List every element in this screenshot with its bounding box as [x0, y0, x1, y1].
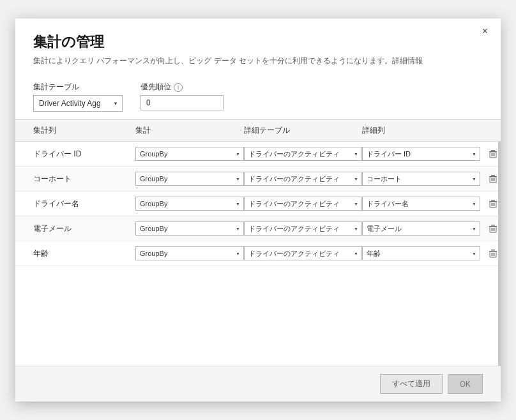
- agg-select[interactable]: GroupBySumCountMinMaxAvg: [135, 172, 244, 186]
- agg-table-label: 集計テーブル: [33, 82, 123, 93]
- agg-select-wrapper: GroupBySumCountMinMaxAvg: [135, 221, 244, 236]
- priority-label: 優先順位: [140, 82, 171, 93]
- header-detail-col: 詳細列: [362, 125, 480, 136]
- detail-table-select-wrapper: ドライバーのアクティビティ: [244, 197, 362, 211]
- header-actions: [480, 125, 501, 136]
- aggregations-table: 集計列 集計 詳細テーブル 詳細列 ドライバー IDGroupBySumCoun…: [15, 119, 501, 366]
- header-detail-table: 詳細テーブル: [244, 125, 362, 136]
- detail-col-select[interactable]: ドライバー IDコーホートドライバー名電子メール年齢: [362, 246, 480, 260]
- table-row: 年齢GroupBySumCountMinMaxAvgドライバーのアクティビティド…: [15, 241, 498, 266]
- table-header: 集計列 集計 詳細テーブル 詳細列: [15, 119, 501, 142]
- detail-col-select[interactable]: ドライバー IDコーホートドライバー名電子メール年齢: [362, 197, 480, 211]
- svg-rect-25: [491, 250, 495, 251]
- agg-table-select-wrapper: Driver Activity Agg: [33, 95, 123, 112]
- info-icon[interactable]: i: [174, 83, 183, 92]
- detail-table-select-wrapper: ドライバーのアクティビティ: [244, 246, 362, 260]
- dialog-subtitle: 集計によりクエリ パフォーマンスが向上し、ビッグ データ セットを十分に利用でき…: [33, 56, 483, 66]
- agg-col-cell: 電子メール: [33, 223, 135, 234]
- apply-all-button[interactable]: すべて適用: [380, 374, 443, 394]
- detail-col-select[interactable]: ドライバー IDコーホートドライバー名電子メール年齢: [362, 147, 480, 161]
- detail-table-select[interactable]: ドライバーのアクティビティ: [244, 246, 362, 260]
- detail-col-select-wrapper: ドライバー IDコーホートドライバー名電子メール年齢: [362, 246, 480, 260]
- detail-table-select[interactable]: ドライバーのアクティビティ: [244, 147, 362, 161]
- detail-col-select-wrapper: ドライバー IDコーホートドライバー名電子メール年齢: [362, 147, 480, 161]
- header-agg-col: 集計列: [33, 125, 135, 136]
- agg-select-wrapper: GroupBySumCountMinMaxAvg: [135, 246, 244, 260]
- agg-select-wrapper: GroupBySumCountMinMaxAvg: [135, 172, 244, 186]
- header-agg: 集計: [135, 125, 244, 136]
- agg-col-cell: ドライバー名: [33, 199, 135, 209]
- detail-table-select[interactable]: ドライバーのアクティビティ: [244, 197, 362, 211]
- agg-col-cell: コーホート: [33, 174, 135, 184]
- priority-label-row: 優先順位 i: [140, 82, 224, 93]
- table-body: ドライバー IDGroupBySumCountMinMaxAvgドライバーのアク…: [15, 142, 501, 366]
- agg-select[interactable]: GroupBySumCountMinMaxAvg: [135, 197, 244, 211]
- agg-select[interactable]: GroupBySumCountMinMaxAvg: [135, 221, 244, 236]
- agg-select[interactable]: GroupBySumCountMinMaxAvg: [135, 147, 244, 161]
- agg-col-cell: ドライバー ID: [33, 149, 135, 160]
- agg-select-wrapper: GroupBySumCountMinMaxAvg: [135, 197, 244, 211]
- detail-col-select[interactable]: ドライバー IDコーホートドライバー名電子メール年齢: [362, 221, 480, 236]
- delete-row-button[interactable]: [480, 198, 501, 209]
- priority-input[interactable]: [140, 95, 224, 110]
- delete-row-button[interactable]: [480, 248, 501, 259]
- agg-select[interactable]: GroupBySumCountMinMaxAvg: [135, 246, 244, 260]
- agg-table-group: 集計テーブル Driver Activity Agg: [33, 82, 123, 112]
- detail-col-select-wrapper: ドライバー IDコーホートドライバー名電子メール年齢: [362, 221, 480, 236]
- svg-rect-1: [491, 150, 495, 151]
- ok-button[interactable]: OK: [448, 374, 483, 394]
- detail-table-select-wrapper: ドライバーのアクティビティ: [244, 172, 362, 186]
- dialog-header: 集計の管理 集計によりクエリ パフォーマンスが向上し、ビッグ データ セットを十…: [15, 19, 501, 73]
- table-row: 電子メールGroupBySumCountMinMaxAvgドライバーのアクティビ…: [15, 216, 498, 241]
- delete-row-button[interactable]: [480, 223, 501, 234]
- agg-col-cell: 年齢: [33, 248, 135, 259]
- form-section: 集計テーブル Driver Activity Agg 優先順位 i: [15, 73, 501, 112]
- svg-rect-13: [491, 200, 495, 201]
- detail-col-select-wrapper: ドライバー IDコーホートドライバー名電子メール年齢: [362, 197, 480, 211]
- table-row: ドライバー IDGroupBySumCountMinMaxAvgドライバーのアク…: [15, 142, 498, 167]
- detail-col-select[interactable]: ドライバー IDコーホートドライバー名電子メール年齢: [362, 172, 480, 186]
- detail-table-select[interactable]: ドライバーのアクティビティ: [244, 221, 362, 236]
- priority-group: 優先順位 i: [140, 82, 224, 110]
- detail-table-select-wrapper: ドライバーのアクティビティ: [244, 221, 362, 236]
- detail-col-select-wrapper: ドライバー IDコーホートドライバー名電子メール年齢: [362, 172, 480, 186]
- table-row: ドライバー名GroupBySumCountMinMaxAvgドライバーのアクティ…: [15, 191, 498, 216]
- detail-table-select-wrapper: ドライバーのアクティビティ: [244, 147, 362, 161]
- agg-select-wrapper: GroupBySumCountMinMaxAvg: [135, 147, 244, 161]
- detail-table-select[interactable]: ドライバーのアクティビティ: [244, 172, 362, 186]
- delete-row-button[interactable]: [480, 148, 501, 160]
- table-row: コーホートGroupBySumCountMinMaxAvgドライバーのアクティビ…: [15, 167, 498, 191]
- manage-aggregations-dialog: × 集計の管理 集計によりクエリ パフォーマンスが向上し、ビッグ データ セット…: [15, 19, 501, 401]
- agg-table-select[interactable]: Driver Activity Agg: [33, 95, 123, 112]
- svg-rect-19: [491, 225, 495, 226]
- close-button[interactable]: ×: [478, 25, 492, 38]
- dialog-footer: すべて適用 OK: [15, 366, 501, 401]
- svg-rect-7: [491, 175, 495, 176]
- delete-row-button[interactable]: [480, 173, 501, 184]
- dialog-title: 集計の管理: [33, 33, 483, 52]
